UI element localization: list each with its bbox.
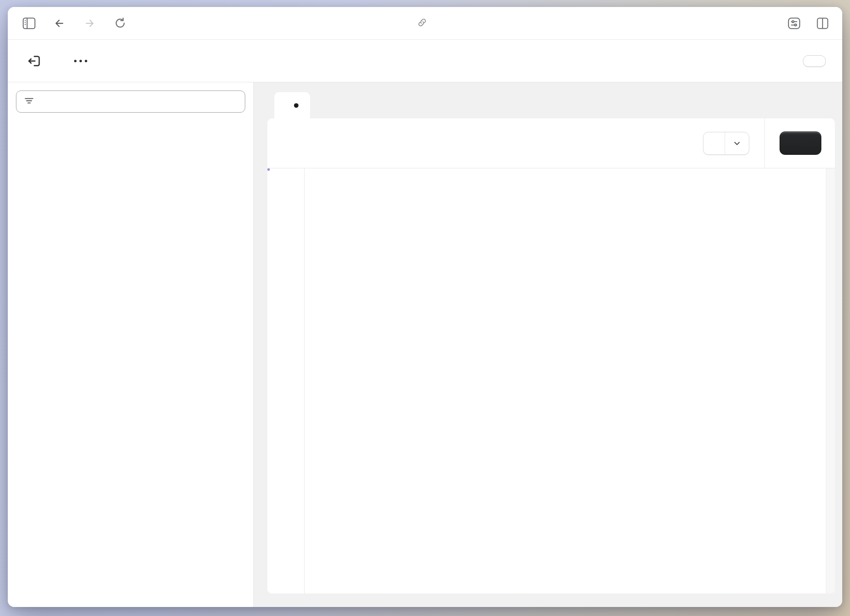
preview-store-button[interactable] [803,55,826,67]
desktop-background [0,0,850,616]
page-settings-icon[interactable] [785,14,803,32]
tab-theme-liquid[interactable] [274,92,310,118]
editor-scrollbar[interactable] [826,168,835,593]
split-view-icon[interactable] [814,14,832,32]
editor-card [267,118,835,593]
browser-toolbar [8,7,842,40]
filter-icon [24,95,34,108]
header-divider [764,118,765,168]
format-liquid-button[interactable] [703,132,749,155]
unsaved-changes-dot [294,103,298,108]
tab-bar [267,82,835,118]
forward-icon[interactable] [81,14,99,32]
address-bar[interactable] [417,7,433,39]
back-icon[interactable] [50,14,68,32]
chevron-down-icon[interactable] [725,132,749,154]
code-editor[interactable] [267,168,835,593]
link-icon [417,17,427,29]
editor-card-header [267,118,835,168]
reload-icon[interactable] [111,14,129,32]
browser-window [8,7,842,607]
file-search-input[interactable] [16,91,245,113]
editor-main [254,82,842,607]
code-pane[interactable] [305,168,826,593]
save-button[interactable] [780,131,821,155]
more-actions-icon[interactable] [74,60,87,62]
line-number-gutter [267,168,305,593]
sidebar-toggle-icon[interactable] [20,14,38,32]
format-liquid-label [703,132,725,154]
app-header [8,40,842,82]
exit-editor-icon[interactable] [24,51,44,71]
file-sidebar [8,82,254,607]
